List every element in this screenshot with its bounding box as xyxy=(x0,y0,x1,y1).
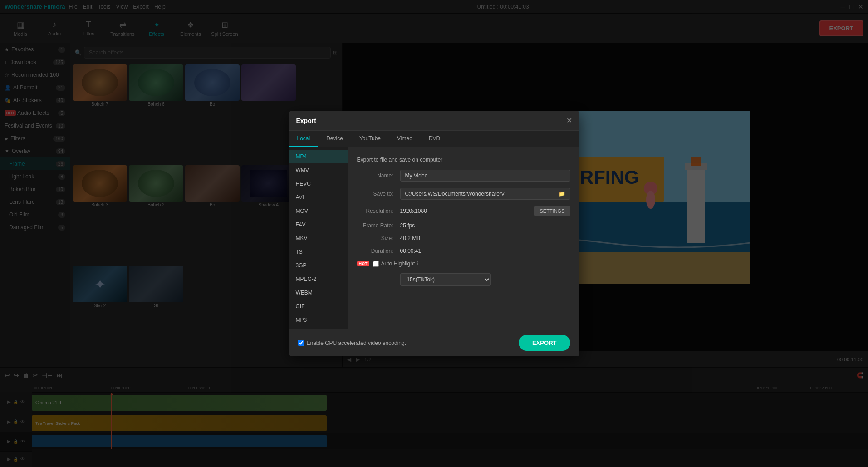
duration-label: Duration: xyxy=(357,248,393,254)
format-mp3[interactable]: MP3 xyxy=(289,313,348,327)
format-3gp[interactable]: 3GP xyxy=(289,259,348,272)
format-mov[interactable]: MOV xyxy=(289,204,348,218)
name-label: Name: xyxy=(357,172,393,179)
size-value: 40.2 MB xyxy=(400,235,570,241)
tab-dvd[interactable]: DVD xyxy=(421,131,448,147)
duration-value: 00:00:41 xyxy=(400,248,570,254)
format-list: MP4 WMV HEVC AVI MOV F4V MKV TS 3GP MPEG… xyxy=(289,147,348,329)
gpu-option: Enable GPU accelerated video encoding. xyxy=(298,340,406,346)
format-f4v[interactable]: F4V xyxy=(289,218,348,231)
auto-highlight-label: Auto Highlight xyxy=(381,261,415,267)
save-path-value: C:/Users/WS/Documents/Wondershare/V xyxy=(405,191,505,197)
tab-youtube[interactable]: YouTube xyxy=(351,131,389,147)
gpu-checkbox[interactable] xyxy=(298,340,304,346)
format-hevc[interactable]: HEVC xyxy=(289,177,348,191)
tab-local[interactable]: Local xyxy=(289,131,319,147)
highlight-option-row: 15s(TikTok) xyxy=(357,273,570,286)
framerate-row: Frame Rate: 25 fps xyxy=(357,222,570,229)
dialog-tabs: Local Device YouTube Vimeo DVD xyxy=(289,131,579,147)
name-input[interactable] xyxy=(400,170,570,182)
info-icon[interactable]: ℹ xyxy=(417,261,419,267)
auto-highlight-checkbox[interactable] xyxy=(373,261,379,267)
format-gif[interactable]: GIF xyxy=(289,300,348,313)
save-path-field[interactable]: C:/Users/WS/Documents/Wondershare/V 📁 xyxy=(400,188,570,200)
gpu-label: Enable GPU accelerated video encoding. xyxy=(307,340,406,346)
resolution-label: Resolution: xyxy=(357,208,393,214)
dialog-close-btn[interactable]: ✕ xyxy=(566,116,572,125)
format-settings: Export to file and save on computer Name… xyxy=(348,147,579,329)
save-row: Save to: C:/Users/WS/Documents/Wondersha… xyxy=(357,188,570,200)
export-dialog: Export ✕ Local Device YouTube Vimeo DVD … xyxy=(289,111,579,356)
dialog-header: Export ✕ xyxy=(289,111,579,131)
highlight-dropdown[interactable]: 15s(TikTok) xyxy=(400,273,491,286)
export-dialog-btn[interactable]: EXPORT xyxy=(519,335,570,351)
resolution-row: Resolution: 1920x1080 SETTINGS xyxy=(357,206,570,216)
duration-row: Duration: 00:00:41 xyxy=(357,248,570,254)
dialog-footer: Enable GPU accelerated video encoding. E… xyxy=(289,329,579,356)
size-label: Size: xyxy=(357,235,393,241)
tab-device[interactable]: Device xyxy=(318,131,351,147)
export-description: Export to file and save on computer xyxy=(357,157,570,163)
auto-highlight-row: HOT Auto Highlight ℹ xyxy=(357,261,570,267)
settings-button[interactable]: SETTINGS xyxy=(534,206,570,216)
folder-icon[interactable]: 📁 xyxy=(559,191,565,197)
hot-badge: HOT xyxy=(357,261,369,266)
dialog-body: MP4 WMV HEVC AVI MOV F4V MKV TS 3GP MPEG… xyxy=(289,147,579,329)
save-label: Save to: xyxy=(357,191,393,197)
size-row: Size: 40.2 MB xyxy=(357,235,570,241)
format-webm[interactable]: WEBM xyxy=(289,286,348,300)
format-mkv[interactable]: MKV xyxy=(289,231,348,245)
format-mp4[interactable]: MP4 xyxy=(289,150,348,163)
format-avi[interactable]: AVI xyxy=(289,191,348,204)
framerate-label: Frame Rate: xyxy=(357,222,393,229)
format-mpeg2[interactable]: MPEG-2 xyxy=(289,272,348,286)
format-wmv[interactable]: WMV xyxy=(289,163,348,177)
resolution-value: 1920x1080 xyxy=(400,208,531,214)
framerate-value: 25 fps xyxy=(400,222,570,229)
name-row: Name: xyxy=(357,170,570,182)
format-ts[interactable]: TS xyxy=(289,245,348,259)
dialog-title: Export xyxy=(296,117,316,124)
dialog-overlay: Export ✕ Local Device YouTube Vimeo DVD … xyxy=(0,0,868,467)
tab-vimeo[interactable]: Vimeo xyxy=(389,131,421,147)
